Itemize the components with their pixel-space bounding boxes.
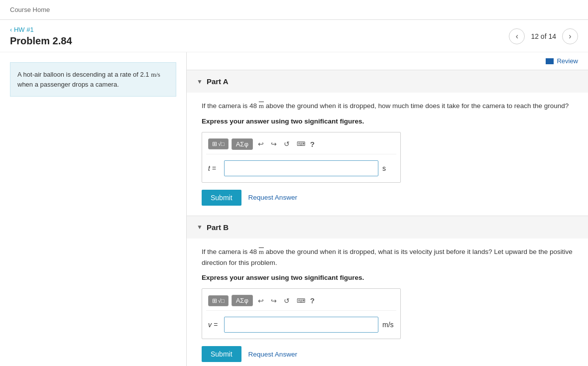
part-b-matrix-btn[interactable]: ⊞√□ — [208, 295, 229, 306]
part-a-action-row: Submit Request Answer — [202, 190, 573, 206]
part-b-action-row: Submit Request Answer — [202, 346, 573, 362]
part-b-symbol-btn[interactable]: ΑΣφ — [232, 295, 253, 306]
part-b-arrow: ▼ — [197, 224, 203, 231]
part-a-keyboard-btn[interactable]: ⌨ — [295, 139, 307, 148]
part-b-var-label: v = — [208, 321, 220, 329]
part-a-submit-button[interactable]: Submit — [202, 190, 241, 206]
part-a-matrix-btn[interactable]: ⊞√□ — [208, 138, 229, 149]
part-b-keyboard-btn[interactable]: ⌨ — [295, 296, 307, 305]
part-b-help-btn[interactable]: ? — [310, 296, 315, 305]
part-a-header[interactable]: ▼ Part A — [187, 70, 588, 93]
part-a-reset-btn[interactable]: ↺ — [282, 139, 292, 149]
sidebar: A hot-air balloon is descending at a rat… — [0, 52, 187, 366]
problem-title: Problem 2.84 — [10, 35, 72, 47]
header-right: ‹ 12 of 14 › — [509, 28, 578, 44]
next-button[interactable]: › — [562, 28, 578, 44]
part-b-toolbar: ⊞√□ ΑΣφ ↩ ↪ ↺ ⌨ ? — [206, 293, 396, 311]
prev-button[interactable]: ‹ — [509, 28, 525, 44]
part-b-express-label: Express your answer using two significan… — [202, 274, 573, 281]
review-icon — [546, 58, 554, 64]
part-b-symbol-label: ΑΣφ — [236, 297, 248, 304]
part-b-unit: m/s — [382, 321, 394, 329]
part-a-unit: s — [382, 164, 394, 172]
course-home-link[interactable]: Course Home — [10, 6, 50, 13]
part-a-body: If the camera is 48 m above the ground w… — [187, 93, 588, 216]
part-a-question: If the camera is 48 m above the ground w… — [202, 101, 573, 112]
part-b-reset-btn[interactable]: ↺ — [282, 296, 292, 306]
back-link[interactable]: HW #1 — [10, 26, 72, 33]
part-a-request-link[interactable]: Request Answer — [248, 194, 297, 201]
part-b-title: Part B — [207, 223, 229, 232]
part-a-title: Part A — [207, 77, 229, 86]
part-b-answer-box: ⊞√□ ΑΣφ ↩ ↪ ↺ ⌨ ? v = — [202, 288, 401, 339]
context-text: A hot-air balloon is descending at a rat… — [17, 71, 160, 88]
main-content: Review ▼ Part A If the camera is 48 m ab… — [187, 52, 588, 366]
part-a-symbol-label: ΑΣφ — [236, 140, 248, 148]
review-label: Review — [557, 57, 578, 65]
part-b-body: If the camera is 48 m above the ground w… — [187, 239, 588, 366]
part-b-redo-btn[interactable]: ↪ — [269, 296, 279, 306]
part-a-redo-btn[interactable]: ↪ — [269, 139, 279, 149]
part-b-section: ▼ Part B If the camera is 48 m above the… — [187, 216, 588, 366]
page-indicator: 12 of 14 — [531, 32, 556, 40]
problem-context: A hot-air balloon is descending at a rat… — [10, 62, 176, 97]
part-b-request-link[interactable]: Request Answer — [248, 351, 297, 358]
part-a-answer-box: ⊞√□ ΑΣφ ↩ ↪ ↺ ⌨ ? t = — [202, 132, 401, 183]
part-a-arrow: ▼ — [197, 78, 203, 85]
part-b-undo-btn[interactable]: ↩ — [256, 296, 266, 306]
part-a-help-btn[interactable]: ? — [310, 140, 315, 148]
part-b-header[interactable]: ▼ Part B — [187, 216, 588, 239]
part-a-section: ▼ Part A If the camera is 48 m above the… — [187, 70, 588, 216]
part-a-express-label: Express your answer using two significan… — [202, 118, 573, 125]
header-left: HW #1 Problem 2.84 — [10, 26, 72, 47]
content-area: A hot-air balloon is descending at a rat… — [0, 52, 588, 366]
part-a-input[interactable] — [224, 160, 378, 176]
review-bar: Review — [187, 52, 588, 70]
review-link[interactable]: Review — [546, 57, 578, 65]
header-row: HW #1 Problem 2.84 ‹ 12 of 14 › — [0, 20, 588, 52]
part-b-submit-button[interactable]: Submit — [202, 346, 241, 362]
part-b-question: If the camera is 48 m above the ground w… — [202, 246, 573, 268]
part-a-symbol-btn[interactable]: ΑΣφ — [232, 138, 253, 150]
top-nav: Course Home — [0, 0, 588, 20]
part-a-var-label: t = — [208, 164, 220, 172]
part-a-toolbar: ⊞√□ ΑΣφ ↩ ↪ ↺ ⌨ ? — [206, 136, 396, 154]
part-a-input-row: t = s — [206, 158, 396, 178]
part-b-input[interactable] — [224, 317, 378, 333]
part-a-undo-btn[interactable]: ↩ — [256, 139, 266, 149]
part-b-input-row: v = m/s — [206, 315, 396, 335]
